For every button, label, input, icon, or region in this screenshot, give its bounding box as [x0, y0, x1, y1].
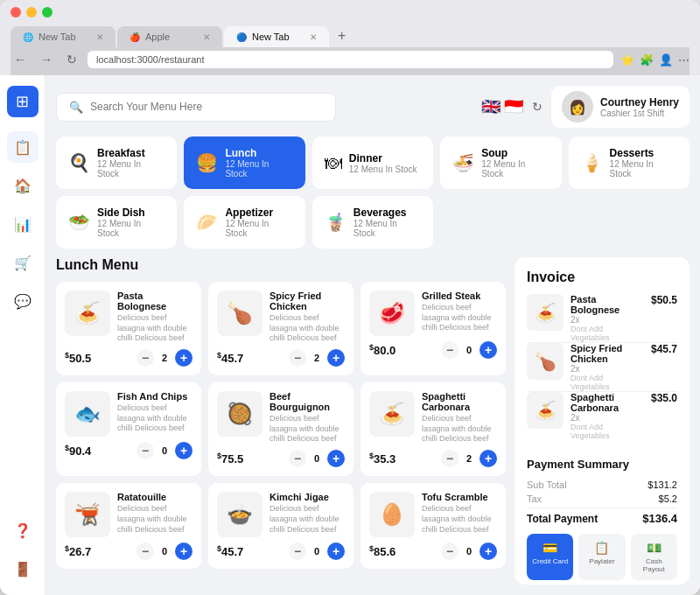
tax-value: $5.2 [659, 494, 677, 504]
category-card-beverages[interactable]: 🧋 Beverages 12 Menu In Stock [312, 196, 433, 248]
app-content: ⊞ 📋 🏠 📊 🛒 💬 ❓ 🚪 🔍 🇬🇧 [0, 75, 700, 595]
invoice-item-qty: 2x [570, 315, 644, 325]
menu-price: $50.5 [65, 351, 91, 365]
menu-item-card-6: 🫕 Ratatouille Delicious beef lasagna wit… [56, 483, 201, 569]
close-button[interactable] [10, 7, 21, 18]
search-input[interactable] [90, 101, 323, 113]
menu-dots-icon[interactable]: ⋯ [678, 53, 690, 66]
category-icon: 🍳 [68, 152, 90, 173]
category-card-breakfast[interactable]: 🍳 Breakfast 12 Menu In Stock [56, 136, 177, 189]
payment-method-icon: 📋 [594, 541, 609, 555]
category-card-appetizer[interactable]: 🥟 Appetizer 12 Menu In Stock [184, 196, 304, 248]
menu-grid: 🍝 Pasta Bolognese Delicious beef lasagna… [56, 282, 506, 569]
menu-item-name: Tofu Scramble [422, 492, 497, 502]
qty-plus-button[interactable]: + [480, 341, 497, 359]
qty-plus-button[interactable]: + [480, 542, 497, 560]
category-count: 12 Menu In Stock [354, 219, 421, 238]
qty-minus-button[interactable]: − [136, 349, 154, 367]
tab-1[interactable]: 🌐 New Tab ✕ [10, 26, 116, 47]
flag-uk[interactable]: 🇬🇧 [481, 97, 500, 116]
back-button[interactable]: ← [10, 51, 30, 68]
user-details: Courtney Henry Cashier 1st Shift [600, 96, 679, 118]
category-card-sidedish[interactable]: 🥗 Side Dish 12 Menu In Stock [56, 196, 177, 248]
refresh-icon[interactable]: ↻ [532, 100, 542, 114]
new-tab-button[interactable]: + [331, 24, 353, 47]
category-count: 12 Menu In Stock [481, 159, 549, 178]
qty-control: − 0 + [441, 542, 497, 560]
sidebar-item-messages[interactable]: 💬 [7, 285, 38, 317]
menu-item-image: 🥩 [369, 290, 415, 336]
menu-item-card-1: 🍗 Spicy Fried Chicken Delicious beef las… [208, 282, 354, 375]
qty-plus-button[interactable]: + [327, 450, 345, 467]
qty-plus-button[interactable]: + [480, 450, 497, 467]
invoice-item-info: Pasta Bolognese 2x Dont Add Vegetables [570, 294, 644, 342]
menu-item-image: 🍲 [217, 492, 262, 537]
content-row: Lunch Menu 🍝 Pasta Bolognese Delicious b… [56, 257, 690, 584]
category-card-soup[interactable]: 🍜 Soup 12 Menu In Stock [440, 136, 561, 189]
menu-item-bottom: $90.4 − 0 + [65, 442, 192, 459]
menu-item-name: Spicy Fried Chicken [270, 290, 345, 312]
sidebar-item-analytics[interactable]: 📊 [7, 208, 38, 240]
extension-icon[interactable]: 🧩 [640, 53, 654, 66]
search-box: 🔍 [56, 93, 336, 122]
qty-minus-button[interactable]: − [136, 442, 154, 459]
menu-price: $90.4 [65, 444, 91, 458]
qty-minus-button[interactable]: − [136, 542, 154, 560]
payment-method-paylater[interactable]: 📋 Paylater [578, 534, 625, 580]
qty-plus-button[interactable]: + [175, 542, 192, 560]
qty-minus-button[interactable]: − [289, 349, 306, 367]
tab-active[interactable]: 🔵 New Tab ✕ [224, 26, 329, 47]
payment-method-label: Paylater [589, 557, 614, 565]
qty-minus-button[interactable]: − [289, 542, 306, 560]
sidebar-item-menu[interactable]: 📋 [7, 131, 38, 163]
qty-minus-button[interactable]: − [441, 542, 458, 560]
total-row: Total Payment $136.4 [527, 512, 677, 525]
payment-method-cash[interactable]: 💵 Cash Payout [631, 534, 677, 580]
menu-item-name: Grilled Steak [422, 290, 497, 301]
payment-method-credit[interactable]: 💳 Credit Card [527, 534, 573, 580]
bookmark-icon[interactable]: ⭐ [620, 53, 634, 66]
qty-plus-button[interactable]: + [175, 349, 192, 367]
qty-plus-button[interactable]: + [327, 349, 345, 367]
invoice-item-info: Spaghetti Carbonara 2x Dont Add Vegetabl… [570, 392, 644, 440]
forward-button[interactable]: → [37, 51, 56, 68]
menu-item-card-8: 🥚 Tofu Scramble Delicious beef lasagna w… [360, 483, 506, 569]
category-name: Dinner [349, 152, 417, 164]
minimize-button[interactable] [26, 7, 37, 18]
tab-close-apple[interactable]: ✕ [203, 32, 210, 42]
address-input[interactable] [88, 51, 613, 68]
invoice-item-name: Spicy Fried Chicken [570, 343, 644, 364]
top-right: 🇬🇧 🇮🇩 ↻ 👩 Courtney Henry Cashier 1st Shi… [481, 86, 690, 128]
flag-id[interactable]: 🇮🇩 [504, 97, 523, 116]
qty-minus-button[interactable]: − [441, 341, 458, 359]
payment-summary-title: Payment Summary [527, 458, 677, 471]
tab-close-active[interactable]: ✕ [310, 32, 317, 42]
sidebar-item-help[interactable]: ❓ [7, 514, 38, 546]
qty-plus-button[interactable]: + [175, 442, 192, 459]
category-icon: 🥗 [68, 212, 90, 233]
profile-icon[interactable]: 👤 [659, 53, 673, 66]
category-card-lunch[interactable]: 🍔 Lunch 12 Menu In Stock [184, 136, 304, 189]
tab-close-1[interactable]: ✕ [96, 32, 103, 42]
reload-button[interactable]: ↻ [63, 51, 80, 68]
category-card-dinner[interactable]: 🍽 Dinner 12 Menu In Stock [312, 136, 433, 189]
maximize-button[interactable] [42, 7, 52, 18]
menu-item-bottom: $75.5 − 0 + [217, 450, 345, 467]
sidebar-item-orders[interactable]: 🛒 [7, 247, 38, 278]
qty-minus-button[interactable]: − [441, 450, 458, 467]
qty-minus-button[interactable]: − [289, 450, 306, 467]
sidebar-item-logout[interactable]: 🚪 [7, 553, 38, 584]
tab-apple[interactable]: 🍎 Apple ✕ [117, 26, 222, 47]
qty-plus-button[interactable]: + [327, 542, 345, 560]
browser-chrome: 🌐 New Tab ✕ 🍎 Apple ✕ 🔵 New Tab ✕ + ← → … [0, 0, 700, 75]
invoice-item-qty: 2x [570, 364, 644, 374]
category-card-desserts[interactable]: 🍦 Desserts 12 Menu In Stock [569, 136, 690, 189]
category-name: Desserts [610, 147, 677, 159]
menu-item-name: Spaghetti Carbonara [422, 391, 497, 412]
app-logo[interactable]: ⊞ [7, 86, 38, 117]
menu-item-bottom: $26.7 − 0 + [65, 542, 192, 560]
category-count: 12 Menu In Stock [97, 219, 164, 238]
category-name: Soup [481, 147, 549, 159]
qty-control: − 2 + [289, 349, 345, 367]
sidebar-item-home[interactable]: 🏠 [7, 170, 38, 201]
